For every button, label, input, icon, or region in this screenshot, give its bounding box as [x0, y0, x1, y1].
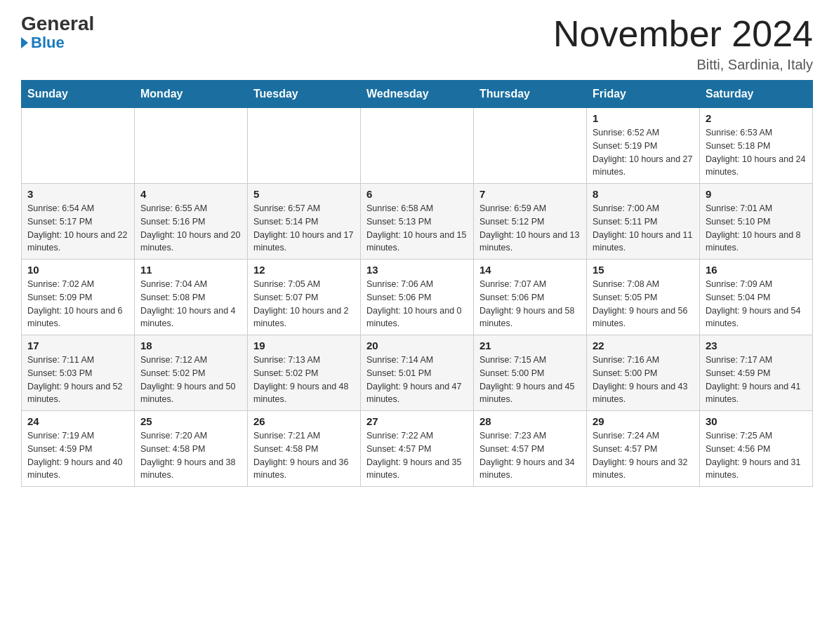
day-info: Sunrise: 7:17 AM Sunset: 4:59 PM Dayligh… [706, 354, 807, 406]
calendar-cell: 19Sunrise: 7:13 AM Sunset: 5:02 PM Dayli… [248, 335, 361, 411]
day-number: 25 [140, 415, 241, 427]
day-number: 8 [593, 188, 694, 200]
day-number: 5 [253, 188, 355, 200]
page-header: General Blue November 2024 Bitti, Sardin… [21, 14, 813, 73]
calendar-cell [135, 108, 248, 184]
day-number: 28 [479, 415, 581, 427]
day-number: 10 [27, 264, 128, 276]
calendar-cell: 23Sunrise: 7:17 AM Sunset: 4:59 PM Dayli… [700, 335, 813, 411]
day-number: 21 [479, 340, 581, 351]
column-header-thursday: Thursday [474, 81, 587, 108]
calendar-cell: 7Sunrise: 6:59 AM Sunset: 5:12 PM Daylig… [474, 184, 587, 260]
calendar-cell: 16Sunrise: 7:09 AM Sunset: 5:04 PM Dayli… [700, 260, 813, 335]
calendar-cell [248, 108, 361, 184]
day-number: 22 [593, 340, 694, 351]
day-number: 30 [706, 415, 807, 427]
calendar-week-row: 24Sunrise: 7:19 AM Sunset: 4:59 PM Dayli… [22, 411, 813, 487]
day-info: Sunrise: 6:58 AM Sunset: 5:13 PM Dayligh… [366, 202, 468, 255]
day-info: Sunrise: 6:57 AM Sunset: 5:14 PM Dayligh… [253, 202, 355, 255]
logo-general-text: General [21, 14, 94, 34]
day-number: 20 [366, 340, 468, 351]
day-info: Sunrise: 7:06 AM Sunset: 5:06 PM Dayligh… [366, 278, 468, 330]
day-info: Sunrise: 7:14 AM Sunset: 5:01 PM Dayligh… [366, 354, 468, 406]
calendar-cell: 21Sunrise: 7:15 AM Sunset: 5:00 PM Dayli… [474, 335, 587, 411]
calendar-cell: 24Sunrise: 7:19 AM Sunset: 4:59 PM Dayli… [22, 411, 135, 487]
day-info: Sunrise: 7:23 AM Sunset: 4:57 PM Dayligh… [479, 429, 581, 482]
day-info: Sunrise: 7:02 AM Sunset: 5:09 PM Dayligh… [27, 278, 128, 330]
location-label: Bitti, Sardinia, Italy [553, 57, 813, 73]
calendar-cell: 10Sunrise: 7:02 AM Sunset: 5:09 PM Dayli… [22, 260, 135, 335]
day-info: Sunrise: 7:01 AM Sunset: 5:10 PM Dayligh… [706, 202, 807, 255]
day-info: Sunrise: 7:20 AM Sunset: 4:58 PM Dayligh… [140, 429, 241, 482]
day-info: Sunrise: 7:07 AM Sunset: 5:06 PM Dayligh… [479, 278, 581, 330]
day-info: Sunrise: 6:59 AM Sunset: 5:12 PM Dayligh… [479, 202, 581, 255]
day-number: 6 [366, 188, 468, 200]
day-number: 11 [140, 264, 241, 276]
calendar-cell: 2Sunrise: 6:53 AM Sunset: 5:18 PM Daylig… [700, 108, 813, 184]
day-info: Sunrise: 7:13 AM Sunset: 5:02 PM Dayligh… [253, 354, 355, 406]
calendar-cell: 6Sunrise: 6:58 AM Sunset: 5:13 PM Daylig… [361, 184, 474, 260]
logo-blue-label: Blue [31, 34, 65, 52]
month-title: November 2024 [553, 14, 813, 54]
day-number: 17 [27, 340, 128, 351]
calendar-cell [474, 108, 587, 184]
day-number: 13 [366, 264, 468, 276]
calendar-cell: 30Sunrise: 7:25 AM Sunset: 4:56 PM Dayli… [700, 411, 813, 487]
day-number: 29 [593, 415, 694, 427]
day-info: Sunrise: 7:15 AM Sunset: 5:00 PM Dayligh… [479, 354, 581, 406]
day-info: Sunrise: 7:05 AM Sunset: 5:07 PM Dayligh… [253, 278, 355, 330]
calendar-cell: 4Sunrise: 6:55 AM Sunset: 5:16 PM Daylig… [135, 184, 248, 260]
day-number: 24 [27, 415, 128, 427]
column-header-saturday: Saturday [700, 81, 813, 108]
logo-blue-text: Blue [21, 34, 65, 52]
calendar-header-row: SundayMondayTuesdayWednesdayThursdayFrid… [22, 81, 813, 108]
day-number: 4 [140, 188, 241, 200]
calendar-week-row: 17Sunrise: 7:11 AM Sunset: 5:03 PM Dayli… [22, 335, 813, 411]
calendar-week-row: 10Sunrise: 7:02 AM Sunset: 5:09 PM Dayli… [22, 260, 813, 335]
column-header-sunday: Sunday [22, 81, 135, 108]
day-number: 26 [253, 415, 355, 427]
calendar-cell: 8Sunrise: 7:00 AM Sunset: 5:11 PM Daylig… [587, 184, 700, 260]
day-number: 18 [140, 340, 241, 351]
calendar-cell: 11Sunrise: 7:04 AM Sunset: 5:08 PM Dayli… [135, 260, 248, 335]
day-info: Sunrise: 7:22 AM Sunset: 4:57 PM Dayligh… [366, 429, 468, 482]
day-number: 27 [366, 415, 468, 427]
calendar-cell: 14Sunrise: 7:07 AM Sunset: 5:06 PM Dayli… [474, 260, 587, 335]
calendar-table: SundayMondayTuesdayWednesdayThursdayFrid… [21, 80, 813, 487]
calendar-cell: 5Sunrise: 6:57 AM Sunset: 5:14 PM Daylig… [248, 184, 361, 260]
calendar-week-row: 1Sunrise: 6:52 AM Sunset: 5:19 PM Daylig… [22, 108, 813, 184]
calendar-cell: 15Sunrise: 7:08 AM Sunset: 5:05 PM Dayli… [587, 260, 700, 335]
day-number: 3 [27, 188, 128, 200]
day-info: Sunrise: 7:16 AM Sunset: 5:00 PM Dayligh… [593, 354, 694, 406]
day-info: Sunrise: 7:00 AM Sunset: 5:11 PM Dayligh… [593, 202, 694, 255]
calendar-cell: 1Sunrise: 6:52 AM Sunset: 5:19 PM Daylig… [587, 108, 700, 184]
day-number: 19 [253, 340, 355, 351]
day-info: Sunrise: 7:12 AM Sunset: 5:02 PM Dayligh… [140, 354, 241, 406]
day-info: Sunrise: 7:04 AM Sunset: 5:08 PM Dayligh… [140, 278, 241, 330]
day-info: Sunrise: 7:25 AM Sunset: 4:56 PM Dayligh… [706, 429, 807, 482]
calendar-cell: 28Sunrise: 7:23 AM Sunset: 4:57 PM Dayli… [474, 411, 587, 487]
calendar-cell: 27Sunrise: 7:22 AM Sunset: 4:57 PM Dayli… [361, 411, 474, 487]
calendar-cell: 22Sunrise: 7:16 AM Sunset: 5:00 PM Dayli… [587, 335, 700, 411]
day-number: 12 [253, 264, 355, 276]
calendar-cell [361, 108, 474, 184]
day-number: 2 [706, 112, 807, 124]
calendar-cell: 3Sunrise: 6:54 AM Sunset: 5:17 PM Daylig… [22, 184, 135, 260]
day-info: Sunrise: 6:55 AM Sunset: 5:16 PM Dayligh… [140, 202, 241, 255]
calendar-cell: 18Sunrise: 7:12 AM Sunset: 5:02 PM Dayli… [135, 335, 248, 411]
calendar-cell: 13Sunrise: 7:06 AM Sunset: 5:06 PM Dayli… [361, 260, 474, 335]
calendar-week-row: 3Sunrise: 6:54 AM Sunset: 5:17 PM Daylig… [22, 184, 813, 260]
calendar-cell: 20Sunrise: 7:14 AM Sunset: 5:01 PM Dayli… [361, 335, 474, 411]
day-info: Sunrise: 6:52 AM Sunset: 5:19 PM Dayligh… [593, 126, 694, 179]
column-header-monday: Monday [135, 81, 248, 108]
day-info: Sunrise: 7:09 AM Sunset: 5:04 PM Dayligh… [706, 278, 807, 330]
column-header-friday: Friday [587, 81, 700, 108]
logo-arrow-icon [21, 37, 28, 48]
logo: General Blue [21, 14, 94, 52]
column-header-tuesday: Tuesday [248, 81, 361, 108]
day-number: 23 [706, 340, 807, 351]
calendar-cell: 29Sunrise: 7:24 AM Sunset: 4:57 PM Dayli… [587, 411, 700, 487]
day-info: Sunrise: 6:54 AM Sunset: 5:17 PM Dayligh… [27, 202, 128, 255]
calendar-cell: 12Sunrise: 7:05 AM Sunset: 5:07 PM Dayli… [248, 260, 361, 335]
day-number: 16 [706, 264, 807, 276]
